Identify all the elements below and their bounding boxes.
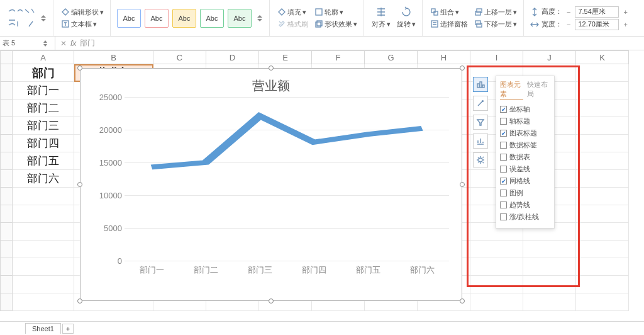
resize-handle-tl[interactable]	[77, 65, 82, 71]
chart-element-option[interactable]: 趋势线	[500, 199, 550, 211]
embedded-chart[interactable]: 营业额 0500010000150002000025000 部门一部门二部门三部…	[80, 68, 462, 301]
resize-handle-l[interactable]	[77, 182, 82, 187]
cell-A6[interactable]: 部门五	[13, 152, 74, 170]
cell-I14[interactable]	[470, 293, 523, 311]
chart-element-option[interactable]: 数据标签	[500, 139, 550, 151]
cell-K4[interactable]	[576, 117, 629, 135]
row-header-10[interactable]	[0, 223, 13, 241]
settings-icon[interactable]	[473, 152, 488, 168]
style-preset-2[interactable]: Abc	[145, 9, 169, 28]
cell-K6[interactable]	[576, 152, 629, 170]
row-header-6[interactable]	[0, 152, 13, 170]
column-header-J[interactable]: J	[523, 50, 576, 64]
row-header-11[interactable]	[0, 241, 13, 258]
cell-A10[interactable]	[13, 223, 74, 241]
row-header-1[interactable]	[0, 64, 13, 82]
column-header-B[interactable]: B	[74, 50, 153, 64]
select-all-corner[interactable]	[0, 50, 13, 64]
chart-element-option[interactable]: 误差线	[500, 163, 550, 175]
row-header-3[interactable]	[0, 99, 13, 117]
cell-K1[interactable]	[576, 64, 629, 82]
row-header-12[interactable]	[0, 258, 13, 276]
width-plus[interactable]: +	[621, 21, 629, 28]
cell-K7[interactable]	[576, 170, 629, 188]
column-header-K[interactable]: K	[576, 50, 629, 64]
style-preset-4[interactable]: Abc	[200, 9, 224, 28]
row-header-5[interactable]	[0, 135, 13, 152]
line-samples-icon[interactable]	[8, 8, 35, 29]
chart-plot-area[interactable]: 0500010000150002000025000 部门一部门二部门三部门四部门…	[125, 97, 449, 273]
checkbox[interactable]: ✔	[500, 106, 507, 113]
edit-shape-button[interactable]: 编辑形状 ▾	[60, 7, 105, 18]
resize-handle-bl[interactable]	[77, 298, 82, 304]
bring-forward-button[interactable]: 上移一层 ▾	[473, 7, 518, 18]
row-header-14[interactable]	[0, 293, 13, 311]
checkbox[interactable]	[500, 202, 507, 208]
cell-A5[interactable]: 部门四	[13, 135, 74, 152]
chart-element-option[interactable]: 图例	[500, 187, 550, 199]
cell-K14[interactable]	[576, 293, 629, 311]
resize-handle-b[interactable]	[269, 298, 274, 304]
cell-A14[interactable]	[13, 293, 74, 311]
width-minus[interactable]: −	[565, 21, 572, 28]
height-input[interactable]: 7.54厘米	[575, 6, 619, 18]
cell-A11[interactable]	[13, 241, 74, 258]
checkbox[interactable]	[500, 166, 507, 173]
style-preset-5[interactable]: Abc	[228, 9, 252, 28]
chart-element-option[interactable]: 数据表	[500, 151, 550, 163]
shape-style-gallery[interactable]: Abc Abc Abc Abc Abc	[117, 9, 252, 28]
column-header-A[interactable]: A	[13, 50, 74, 64]
cell-A2[interactable]: 部门一	[13, 82, 74, 99]
formula-text[interactable]: 部门	[80, 38, 95, 48]
height-minus[interactable]: −	[565, 8, 572, 16]
fx-label[interactable]: fx	[70, 39, 76, 48]
cell-A8[interactable]	[13, 188, 74, 205]
width-input[interactable]: 12.70厘米	[575, 19, 619, 30]
add-sheet-button[interactable]: +	[62, 324, 74, 334]
text-box-button[interactable]: 文本框 ▾	[60, 19, 105, 30]
checkbox[interactable]: ✔	[500, 130, 507, 137]
checkbox[interactable]	[500, 190, 507, 196]
cell-A13[interactable]	[13, 276, 74, 293]
align-button[interactable]: 对齐 ▾	[370, 19, 392, 30]
column-header-C[interactable]: C	[153, 50, 206, 64]
row-header-2[interactable]	[0, 82, 13, 99]
column-header-H[interactable]: H	[418, 50, 470, 64]
style-gallery-more[interactable]	[255, 15, 264, 21]
checkbox[interactable]: ✔	[500, 178, 507, 185]
checkbox[interactable]	[500, 142, 507, 149]
shape-effects-button[interactable]: 形状效果 ▾	[313, 19, 358, 30]
rotate-icon[interactable]	[401, 6, 412, 18]
fill-button[interactable]: 填充 ▾	[276, 7, 309, 18]
rotate-button[interactable]: 旋转 ▾	[396, 19, 417, 30]
chart-elements-icon[interactable]	[473, 77, 488, 92]
name-box[interactable]: 表 5	[0, 37, 55, 50]
cell-A7[interactable]: 部门六	[13, 170, 74, 188]
cell-K9[interactable]	[576, 205, 629, 223]
row-header-13[interactable]	[0, 276, 13, 293]
chart-element-option[interactable]: 涨/跌柱线	[500, 211, 550, 223]
checkbox[interactable]	[500, 118, 507, 125]
column-header-E[interactable]: E	[259, 50, 312, 64]
row-header-4[interactable]	[0, 117, 13, 135]
chart-elements-panel[interactable]: 图表元素快速布局 ✔坐标轴轴标题✔图表标题数据标签数据表误差线✔网格线图例趋势线…	[496, 76, 555, 229]
row-header-8[interactable]	[0, 188, 13, 205]
checkbox[interactable]	[500, 154, 507, 161]
resize-handle-br[interactable]	[460, 298, 465, 304]
cell-J14[interactable]	[523, 293, 576, 311]
select-pane-button[interactable]: 选择窗格	[429, 19, 469, 30]
send-backward-button[interactable]: 下移一层 ▾	[473, 19, 518, 30]
stats-icon[interactable]	[473, 133, 488, 149]
cell-K5[interactable]	[576, 135, 629, 152]
column-header-G[interactable]: G	[365, 50, 418, 64]
cell-A4[interactable]: 部门三	[13, 117, 74, 135]
chart-element-option[interactable]: ✔坐标轴	[500, 103, 550, 115]
line-gallery-more[interactable]	[39, 15, 48, 21]
column-header-I[interactable]: I	[470, 50, 523, 64]
align-icon[interactable]	[375, 6, 387, 18]
cell-A1[interactable]: 部门	[13, 64, 74, 82]
outline-button[interactable]: 轮廓 ▾	[313, 7, 358, 18]
filter-icon[interactable]	[473, 115, 488, 130]
cell-K10[interactable]	[576, 223, 629, 241]
cell-K3[interactable]	[576, 99, 629, 117]
